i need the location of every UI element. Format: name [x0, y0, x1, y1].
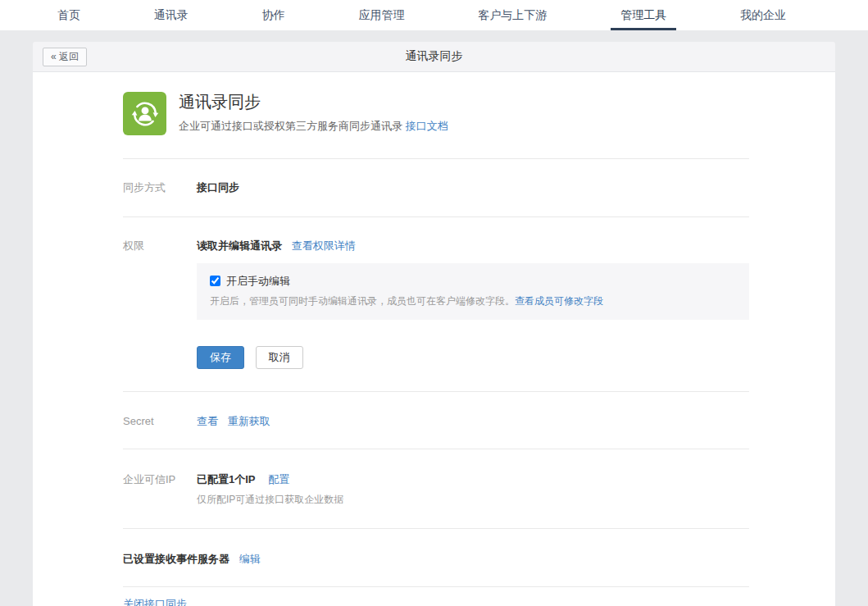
nav-item-collaboration[interactable]: 协作 [262, 0, 285, 30]
edit-event-server-link[interactable]: 编辑 [239, 553, 261, 565]
trusted-ip-line: 已配置1个IP 配置 [197, 472, 343, 486]
sync-method-row: 同步方式 接口同步 [123, 159, 749, 216]
manual-edit-checkbox[interactable] [210, 276, 220, 286]
secret-label: Secret [123, 414, 197, 428]
regenerate-secret-link[interactable]: 重新获取 [228, 415, 270, 427]
page-title: 通讯录同步 [33, 49, 835, 64]
back-label: 返回 [59, 51, 79, 62]
trusted-ip-row: 企业可信IP 已配置1个IP 配置 仅所配IP可通过接口获取企业数据 [123, 449, 749, 528]
nav-item-label: 应用管理 [358, 8, 404, 23]
manual-edit-panel: 开启手动编辑 开启后，管理员可同时手动编辑通讯录，成员也可在客户端修改字段。查看… [197, 263, 749, 320]
trusted-ip-label: 企业可信IP [123, 472, 197, 507]
nav-item-contacts[interactable]: 通讯录 [154, 0, 189, 30]
manual-edit-checkbox-label[interactable]: 开启手动编辑 [210, 274, 736, 288]
view-secret-link[interactable]: 查看 [197, 415, 218, 427]
contact-sync-icon [123, 92, 166, 135]
nav-item-label: 管理工具 [620, 8, 666, 23]
event-server-status: 已设置接收事件服务器 [123, 553, 229, 565]
sync-method-value: 接口同步 [197, 180, 239, 194]
trusted-ip-description: 仅所配IP可通过接口获取企业数据 [197, 493, 343, 507]
app-description: 企业可通过接口或授权第三方服务商同步通讯录 接口文档 [179, 119, 448, 133]
card-body: 通讯录同步 企业可通过接口或授权第三方服务商同步通讯录 接口文档 同步方式 接口… [33, 72, 835, 606]
back-button[interactable]: « 返回 [43, 48, 87, 66]
view-editable-fields-link[interactable]: 查看成员可修改字段 [515, 295, 603, 307]
app-info: 通讯录同步 企业可通过接口或授权第三方服务商同步通讯录 接口文档 [179, 92, 448, 133]
sync-person-glyph [129, 98, 161, 130]
nav-item-customers-upstream[interactable]: 客户与上下游 [478, 0, 547, 30]
active-tab-indicator [611, 28, 676, 30]
nav-item-label: 我的企业 [740, 8, 786, 23]
close-api-sync-link[interactable]: 关闭接口同步 [123, 598, 187, 606]
app-header: 通讯录同步 企业可通过接口或授权第三方服务商同步通讯录 接口文档 [123, 92, 749, 135]
permission-row: 权限 读取并编辑通讯录 查看权限详情 [123, 239, 749, 253]
manual-edit-description-text: 开启后，管理员可同时手动编辑通讯录，成员也可在客户端修改字段。 [210, 295, 515, 307]
view-permission-details-link[interactable]: 查看权限详情 [292, 239, 356, 252]
trusted-ip-value: 已配置1个IP [197, 473, 256, 485]
manual-edit-row: 开启手动编辑 开启后，管理员可同时手动编辑通讯录，成员也可在客户端修改字段。查看… [123, 253, 749, 369]
permission-label: 权限 [123, 239, 197, 253]
event-server-row: 已设置接收事件服务器 编辑 [123, 529, 749, 586]
nav-item-label: 首页 [57, 8, 80, 23]
api-doc-link[interactable]: 接口文档 [406, 120, 448, 132]
secret-row: Secret 查看 重新获取 [123, 392, 749, 449]
permission-value: 读取并编辑通讯录 [197, 239, 282, 252]
trusted-ip-value-wrap: 已配置1个IP 配置 仅所配IP可通过接口获取企业数据 [197, 472, 343, 507]
nav-item-label: 通讯录 [154, 8, 189, 23]
manual-edit-col: 开启手动编辑 开启后，管理员可同时手动编辑通讯录，成员也可在客户端修改字段。查看… [197, 253, 749, 369]
nav-item-label: 客户与上下游 [478, 8, 547, 23]
nav-item-my-company[interactable]: 我的企业 [740, 0, 786, 30]
cancel-button[interactable]: 取消 [256, 346, 303, 369]
nav-item-admin-tools[interactable]: 管理工具 [620, 0, 666, 30]
secret-actions: 查看 重新获取 [197, 414, 270, 428]
manual-edit-checkbox-text: 开启手动编辑 [226, 274, 290, 288]
divider [123, 586, 749, 587]
save-button[interactable]: 保存 [197, 346, 244, 369]
nav-item-label: 协作 [262, 8, 285, 23]
card-header: « 返回 通讯录同步 [33, 42, 835, 72]
sync-method-label: 同步方式 [123, 180, 197, 194]
configure-ip-link[interactable]: 配置 [268, 473, 289, 485]
spacer [123, 253, 197, 369]
permission-section: 权限 读取并编辑通讯录 查看权限详情 开启手动编辑 开启后，管理员可同时手 [123, 217, 749, 391]
app-title: 通讯录同步 [179, 92, 448, 112]
manual-edit-description: 开启后，管理员可同时手动编辑通讯录，成员也可在客户端修改字段。查看成员可修改字段 [210, 294, 736, 308]
top-navigation: 首页 通讯录 协作 应用管理 客户与上下游 管理工具 我的企业 [0, 0, 868, 30]
back-chevron-icon: « [51, 51, 57, 62]
nav-item-home[interactable]: 首页 [57, 0, 80, 30]
app-description-text: 企业可通过接口或授权第三方服务商同步通讯录 [179, 120, 402, 132]
button-row: 保存 取消 [197, 346, 749, 369]
close-sync-row: 关闭接口同步 [123, 597, 749, 606]
nav-item-app-management[interactable]: 应用管理 [358, 0, 404, 30]
permission-value-wrap: 读取并编辑通讯录 查看权限详情 [197, 239, 356, 253]
content-card: « 返回 通讯录同步 通讯录同步 [33, 42, 835, 606]
